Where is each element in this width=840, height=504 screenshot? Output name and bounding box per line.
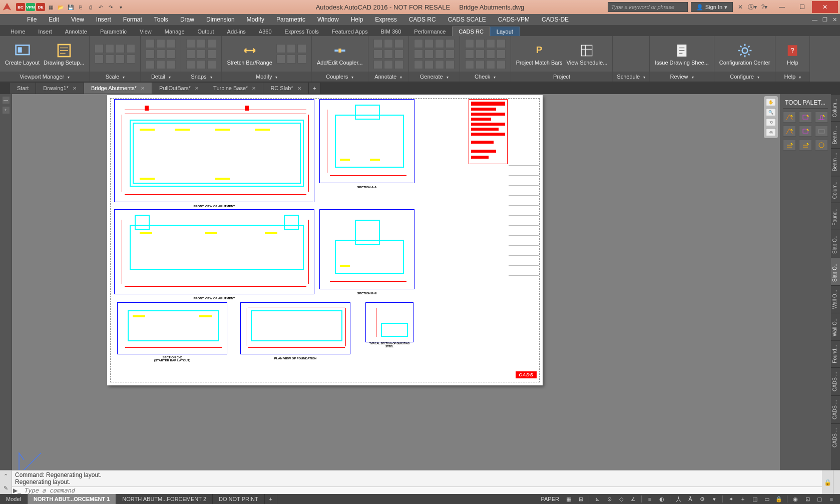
- modify-tool[interactable]: [287, 44, 296, 53]
- panel-title-configure[interactable]: Configure: [714, 72, 775, 82]
- qat-badge-de[interactable]: DE: [36, 3, 45, 11]
- view-schedule-button[interactable]: View Schedule...: [567, 43, 608, 66]
- qat-saveas-icon[interactable]: ⎘: [76, 3, 85, 12]
- new-tab-button[interactable]: +: [309, 83, 321, 94]
- ribbon-tab-manage[interactable]: Manage: [158, 27, 191, 36]
- qat-more-icon[interactable]: ▾: [116, 3, 125, 12]
- command-lock-icon[interactable]: 🔒: [822, 470, 833, 494]
- palette-tool[interactable]: [799, 140, 812, 151]
- close-tab-icon[interactable]: ✕: [252, 86, 256, 91]
- scale-tool[interactable]: [105, 55, 114, 64]
- lineweight-icon[interactable]: ≡: [644, 494, 655, 503]
- panel-title-generate[interactable]: Generate: [409, 72, 460, 82]
- layout-tab-add[interactable]: +: [265, 494, 277, 504]
- help-icon[interactable]: ?▾: [760, 3, 769, 12]
- viewport-front-view-2[interactable]: FRONT VIEW OF ABUTMENT: [114, 209, 314, 294]
- panel-title-detail[interactable]: Detail: [141, 72, 181, 82]
- isolate-icon[interactable]: ◉: [790, 494, 801, 503]
- panel-title-couplers[interactable]: Couplers: [312, 72, 368, 82]
- generate-tool[interactable]: [446, 39, 455, 48]
- qat-badge-bc[interactable]: BC: [16, 3, 25, 11]
- generate-tool[interactable]: [414, 60, 423, 69]
- palette-tab[interactable]: Beam ...: [831, 121, 840, 148]
- panel-title-schedule[interactable]: Schedule: [613, 72, 649, 82]
- qat-redo-icon[interactable]: ↷: [106, 3, 115, 12]
- left-tool[interactable]: —: [2, 96, 10, 104]
- generate-tool[interactable]: [435, 60, 444, 69]
- pan-icon[interactable]: ✋: [766, 98, 776, 106]
- menu-express[interactable]: Express: [369, 14, 402, 25]
- grid-icon[interactable]: ▦: [563, 494, 574, 503]
- check-tool[interactable]: [497, 60, 506, 69]
- doc-close-icon[interactable]: ✕: [832, 17, 837, 23]
- steering-icon[interactable]: ◎: [766, 128, 776, 136]
- annotate-tool[interactable]: [384, 50, 393, 59]
- snap-tool[interactable]: [186, 39, 195, 48]
- ribbon-tab-insert[interactable]: Insert: [32, 27, 59, 36]
- signin-button[interactable]: 👤 Sign In ▾: [691, 2, 733, 12]
- annotation-visibility-icon[interactable]: Å: [685, 494, 696, 503]
- ribbon-tab-bim360[interactable]: BIM 360: [374, 27, 407, 36]
- qat-open-icon[interactable]: 📂: [56, 3, 65, 12]
- autodesk-app-icon[interactable]: Ⓐ▾: [748, 3, 757, 12]
- menu-window[interactable]: Window: [311, 14, 345, 25]
- panel-title-snaps[interactable]: Snaps: [181, 72, 221, 82]
- ortho-icon[interactable]: ⊾: [592, 494, 603, 503]
- palette-tab[interactable]: CADS ...: [831, 423, 840, 451]
- menu-edit[interactable]: Edit: [43, 14, 65, 25]
- palette-tab[interactable]: Found...: [831, 203, 840, 230]
- file-tab-bridge-abutments[interactable]: Bridge Abutments*✕: [84, 83, 152, 94]
- scale-tool[interactable]: [95, 44, 104, 53]
- generate-tool[interactable]: [446, 50, 455, 59]
- palette-tab[interactable]: Wall O...: [831, 285, 840, 313]
- generate-tool[interactable]: [414, 50, 423, 59]
- ribbon-tab-layout[interactable]: Layout: [490, 27, 520, 36]
- drawing-setup-button[interactable]: Drawing Setup...: [44, 43, 84, 66]
- add-coupler-button[interactable]: Add/Edit Coupler...: [317, 43, 363, 66]
- layout-tab-do-not-print[interactable]: DO NOT PRINT: [213, 494, 265, 504]
- command-recent-icon[interactable]: ⌃: [4, 473, 8, 479]
- generate-tool[interactable]: [435, 39, 444, 48]
- menu-insert[interactable]: Insert: [90, 14, 117, 25]
- detail-tool[interactable]: [156, 50, 165, 59]
- ribbon-tab-featured[interactable]: Featured Apps: [325, 27, 374, 36]
- check-tool[interactable]: [465, 60, 474, 69]
- command-customize-icon[interactable]: ✎: [4, 485, 8, 491]
- minimize-button[interactable]: —: [772, 1, 792, 13]
- modify-tool[interactable]: [276, 44, 285, 53]
- panel-title-viewport[interactable]: Viewport Manager: [0, 72, 89, 82]
- viewport-section-cc[interactable]: SECTION C-C (STARTER BAR LAYOUT): [117, 302, 227, 354]
- viewport-front-view-1[interactable]: FRONT VIEW OF ABUTMENT: [114, 99, 314, 202]
- check-tool[interactable]: [465, 39, 474, 48]
- palette-tool[interactable]: [783, 140, 796, 151]
- exchange-icon[interactable]: ✕: [736, 3, 745, 12]
- project-match-bars-button[interactable]: P Project Match Bars: [516, 43, 563, 66]
- palette-tool[interactable]: [815, 140, 828, 151]
- qat-undo-icon[interactable]: ↶: [96, 3, 105, 12]
- palette-tool[interactable]: [799, 112, 812, 123]
- viewport-section-bb[interactable]: SECTION B-B: [319, 209, 414, 289]
- annotate-tool[interactable]: [373, 60, 382, 69]
- palette-tab[interactable]: Found...: [831, 340, 840, 367]
- scale-tool[interactable]: [105, 44, 114, 53]
- panel-title-review[interactable]: Review: [650, 72, 714, 82]
- panel-title-modify[interactable]: Modify: [222, 72, 311, 82]
- check-tool[interactable]: [497, 50, 506, 59]
- transparency-icon[interactable]: ◐: [656, 494, 667, 503]
- detail-tool[interactable]: [156, 39, 165, 48]
- snap-icon[interactable]: ⊞: [575, 494, 586, 503]
- qat-new-icon[interactable]: ▦: [46, 3, 55, 12]
- file-tab-start[interactable]: Start: [10, 83, 36, 94]
- file-tab-rc-slab[interactable]: RC Slab*✕: [263, 83, 308, 94]
- panel-title-scale[interactable]: Scale: [90, 72, 140, 82]
- snap-tool[interactable]: [207, 39, 216, 48]
- ribbon-tab-output[interactable]: Output: [191, 27, 221, 36]
- annotation-scale-icon[interactable]: 人: [673, 494, 684, 503]
- file-tab-turbine-base[interactable]: Turbine Base*✕: [206, 83, 263, 94]
- check-tool[interactable]: [486, 60, 495, 69]
- issue-drawing-sheet-button[interactable]: Issue Drawing Shee...: [655, 43, 709, 66]
- palette-tab[interactable]: Colum...: [831, 176, 840, 203]
- detail-tool[interactable]: [146, 60, 155, 69]
- annotation-monitor-icon[interactable]: +: [737, 494, 748, 503]
- ribbon-tab-cads-rc[interactable]: CADS RC: [452, 27, 490, 36]
